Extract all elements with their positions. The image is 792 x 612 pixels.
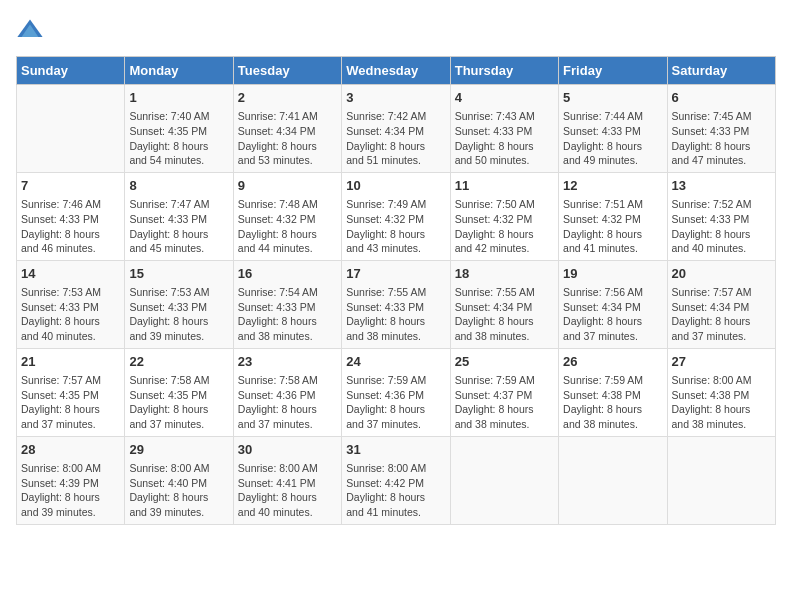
day-info: Sunrise: 7:58 AMSunset: 4:35 PMDaylight:… [129, 373, 228, 432]
day-number: 4 [455, 89, 554, 107]
logo-icon [16, 16, 44, 44]
weekday-header-sunday: Sunday [17, 57, 125, 85]
calendar-cell: 21Sunrise: 7:57 AMSunset: 4:35 PMDayligh… [17, 348, 125, 436]
day-number: 23 [238, 353, 337, 371]
day-number: 29 [129, 441, 228, 459]
calendar-cell: 26Sunrise: 7:59 AMSunset: 4:38 PMDayligh… [559, 348, 667, 436]
day-number: 10 [346, 177, 445, 195]
logo [16, 16, 48, 44]
day-info: Sunrise: 7:49 AMSunset: 4:32 PMDaylight:… [346, 197, 445, 256]
day-number: 1 [129, 89, 228, 107]
day-number: 11 [455, 177, 554, 195]
calendar-cell: 3Sunrise: 7:42 AMSunset: 4:34 PMDaylight… [342, 85, 450, 173]
day-info: Sunrise: 7:50 AMSunset: 4:32 PMDaylight:… [455, 197, 554, 256]
calendar-cell: 29Sunrise: 8:00 AMSunset: 4:40 PMDayligh… [125, 436, 233, 524]
day-info: Sunrise: 7:59 AMSunset: 4:38 PMDaylight:… [563, 373, 662, 432]
calendar-table: SundayMondayTuesdayWednesdayThursdayFrid… [16, 56, 776, 525]
calendar-cell: 18Sunrise: 7:55 AMSunset: 4:34 PMDayligh… [450, 260, 558, 348]
day-info: Sunrise: 7:53 AMSunset: 4:33 PMDaylight:… [129, 285, 228, 344]
day-info: Sunrise: 7:53 AMSunset: 4:33 PMDaylight:… [21, 285, 120, 344]
calendar-cell: 20Sunrise: 7:57 AMSunset: 4:34 PMDayligh… [667, 260, 775, 348]
day-info: Sunrise: 8:00 AMSunset: 4:40 PMDaylight:… [129, 461, 228, 520]
calendar-cell: 17Sunrise: 7:55 AMSunset: 4:33 PMDayligh… [342, 260, 450, 348]
calendar-cell: 9Sunrise: 7:48 AMSunset: 4:32 PMDaylight… [233, 172, 341, 260]
weekday-header-saturday: Saturday [667, 57, 775, 85]
calendar-cell: 1Sunrise: 7:40 AMSunset: 4:35 PMDaylight… [125, 85, 233, 173]
day-number: 7 [21, 177, 120, 195]
day-number: 2 [238, 89, 337, 107]
calendar-cell: 2Sunrise: 7:41 AMSunset: 4:34 PMDaylight… [233, 85, 341, 173]
day-number: 14 [21, 265, 120, 283]
day-info: Sunrise: 7:42 AMSunset: 4:34 PMDaylight:… [346, 109, 445, 168]
calendar-cell [559, 436, 667, 524]
calendar-week-row: 1Sunrise: 7:40 AMSunset: 4:35 PMDaylight… [17, 85, 776, 173]
day-number: 12 [563, 177, 662, 195]
calendar-cell: 30Sunrise: 8:00 AMSunset: 4:41 PMDayligh… [233, 436, 341, 524]
calendar-cell [17, 85, 125, 173]
day-info: Sunrise: 7:48 AMSunset: 4:32 PMDaylight:… [238, 197, 337, 256]
weekday-header-thursday: Thursday [450, 57, 558, 85]
day-info: Sunrise: 7:46 AMSunset: 4:33 PMDaylight:… [21, 197, 120, 256]
calendar-cell [450, 436, 558, 524]
day-info: Sunrise: 7:52 AMSunset: 4:33 PMDaylight:… [672, 197, 771, 256]
calendar-cell: 25Sunrise: 7:59 AMSunset: 4:37 PMDayligh… [450, 348, 558, 436]
day-number: 17 [346, 265, 445, 283]
calendar-week-row: 28Sunrise: 8:00 AMSunset: 4:39 PMDayligh… [17, 436, 776, 524]
day-number: 28 [21, 441, 120, 459]
calendar-cell: 7Sunrise: 7:46 AMSunset: 4:33 PMDaylight… [17, 172, 125, 260]
day-info: Sunrise: 7:40 AMSunset: 4:35 PMDaylight:… [129, 109, 228, 168]
calendar-cell: 6Sunrise: 7:45 AMSunset: 4:33 PMDaylight… [667, 85, 775, 173]
day-info: Sunrise: 7:54 AMSunset: 4:33 PMDaylight:… [238, 285, 337, 344]
calendar-cell: 16Sunrise: 7:54 AMSunset: 4:33 PMDayligh… [233, 260, 341, 348]
calendar-week-row: 14Sunrise: 7:53 AMSunset: 4:33 PMDayligh… [17, 260, 776, 348]
calendar-week-row: 7Sunrise: 7:46 AMSunset: 4:33 PMDaylight… [17, 172, 776, 260]
day-info: Sunrise: 7:41 AMSunset: 4:34 PMDaylight:… [238, 109, 337, 168]
weekday-header-tuesday: Tuesday [233, 57, 341, 85]
calendar-cell: 8Sunrise: 7:47 AMSunset: 4:33 PMDaylight… [125, 172, 233, 260]
calendar-cell: 31Sunrise: 8:00 AMSunset: 4:42 PMDayligh… [342, 436, 450, 524]
day-info: Sunrise: 8:00 AMSunset: 4:39 PMDaylight:… [21, 461, 120, 520]
day-number: 13 [672, 177, 771, 195]
day-number: 22 [129, 353, 228, 371]
calendar-cell: 5Sunrise: 7:44 AMSunset: 4:33 PMDaylight… [559, 85, 667, 173]
day-number: 21 [21, 353, 120, 371]
day-info: Sunrise: 7:59 AMSunset: 4:36 PMDaylight:… [346, 373, 445, 432]
weekday-header-friday: Friday [559, 57, 667, 85]
day-info: Sunrise: 7:57 AMSunset: 4:34 PMDaylight:… [672, 285, 771, 344]
day-info: Sunrise: 8:00 AMSunset: 4:38 PMDaylight:… [672, 373, 771, 432]
page-header [16, 16, 776, 44]
day-info: Sunrise: 7:47 AMSunset: 4:33 PMDaylight:… [129, 197, 228, 256]
calendar-cell: 14Sunrise: 7:53 AMSunset: 4:33 PMDayligh… [17, 260, 125, 348]
calendar-cell: 10Sunrise: 7:49 AMSunset: 4:32 PMDayligh… [342, 172, 450, 260]
day-number: 5 [563, 89, 662, 107]
calendar-cell: 24Sunrise: 7:59 AMSunset: 4:36 PMDayligh… [342, 348, 450, 436]
day-info: Sunrise: 7:57 AMSunset: 4:35 PMDaylight:… [21, 373, 120, 432]
day-info: Sunrise: 7:58 AMSunset: 4:36 PMDaylight:… [238, 373, 337, 432]
day-info: Sunrise: 7:55 AMSunset: 4:33 PMDaylight:… [346, 285, 445, 344]
day-number: 26 [563, 353, 662, 371]
day-number: 27 [672, 353, 771, 371]
day-info: Sunrise: 7:55 AMSunset: 4:34 PMDaylight:… [455, 285, 554, 344]
day-number: 6 [672, 89, 771, 107]
day-info: Sunrise: 7:45 AMSunset: 4:33 PMDaylight:… [672, 109, 771, 168]
weekday-header-wednesday: Wednesday [342, 57, 450, 85]
day-number: 20 [672, 265, 771, 283]
day-number: 31 [346, 441, 445, 459]
calendar-cell: 13Sunrise: 7:52 AMSunset: 4:33 PMDayligh… [667, 172, 775, 260]
day-number: 18 [455, 265, 554, 283]
day-info: Sunrise: 7:59 AMSunset: 4:37 PMDaylight:… [455, 373, 554, 432]
day-number: 3 [346, 89, 445, 107]
calendar-cell [667, 436, 775, 524]
calendar-cell: 27Sunrise: 8:00 AMSunset: 4:38 PMDayligh… [667, 348, 775, 436]
day-number: 16 [238, 265, 337, 283]
weekday-header-row: SundayMondayTuesdayWednesdayThursdayFrid… [17, 57, 776, 85]
day-info: Sunrise: 7:56 AMSunset: 4:34 PMDaylight:… [563, 285, 662, 344]
day-info: Sunrise: 8:00 AMSunset: 4:42 PMDaylight:… [346, 461, 445, 520]
day-number: 30 [238, 441, 337, 459]
day-number: 25 [455, 353, 554, 371]
day-info: Sunrise: 7:51 AMSunset: 4:32 PMDaylight:… [563, 197, 662, 256]
calendar-cell: 4Sunrise: 7:43 AMSunset: 4:33 PMDaylight… [450, 85, 558, 173]
calendar-cell: 23Sunrise: 7:58 AMSunset: 4:36 PMDayligh… [233, 348, 341, 436]
weekday-header-monday: Monday [125, 57, 233, 85]
day-info: Sunrise: 7:44 AMSunset: 4:33 PMDaylight:… [563, 109, 662, 168]
